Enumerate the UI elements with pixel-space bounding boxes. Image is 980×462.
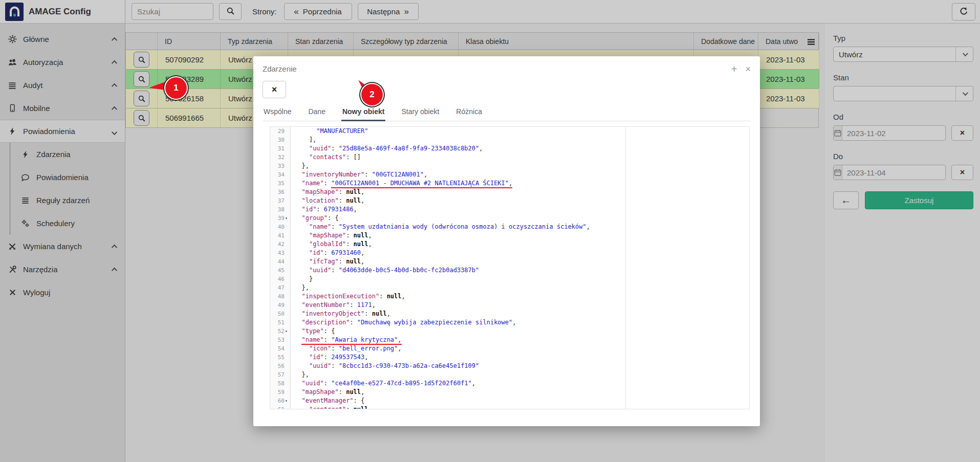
code-line: 58 "uuid": "ce4af0be-e527-47cd-b895-1d5f…	[270, 379, 749, 388]
code-line: 31 "uuid": "25d88e5a-469f-4a8f-9fa9-2334…	[270, 144, 749, 153]
code-line: 32 "contacts": []	[270, 153, 749, 162]
code-line: 53 "name": "Awaria krytyczna",	[270, 336, 749, 344]
code-line: 30 ],	[270, 136, 749, 144]
code-line: 37 "location": null,	[270, 196, 749, 205]
code-line: 48 "inspectionExecution": null,	[270, 292, 749, 301]
code-line: 42 "globalId": null,	[270, 240, 749, 249]
code-line: 49 "eventNumber": 1171,	[270, 301, 749, 310]
code-line: 29 "MANUFACTURER"	[270, 127, 749, 136]
code-line: 44 "ifcTag": null,	[270, 257, 749, 266]
code-line: 60▾ "eventManager": {	[270, 397, 749, 405]
code-line: 61 "contract": null	[270, 405, 749, 409]
code-line: 41 "mapShape": null,	[270, 231, 749, 240]
code-line: 50 "inventoryObject": null,	[270, 310, 749, 318]
code-line: 56 "uuid": "8cbcc1d3-c930-473b-a62a-ca6e…	[270, 362, 749, 370]
code-line: 46 }	[270, 275, 749, 283]
tab-dane[interactable]: Dane	[308, 107, 325, 121]
code-line: 33 },	[270, 162, 749, 170]
code-divider	[625, 127, 626, 409]
code-line: 43 "id": 67931460,	[270, 249, 749, 257]
code-line: 55 "id": 249537543,	[270, 353, 749, 362]
code-line: 38 "id": 67931486,	[270, 205, 749, 214]
event-dialog: Zdarzenie + × × Wspólne Dane Nowy obiekt…	[253, 56, 760, 426]
code-line: 57 },	[270, 370, 749, 379]
json-code-viewer[interactable]: 29 "MANUFACTURER"30 ],31 "uuid": "25d88e…	[270, 126, 750, 409]
annotation-badge-1: 1	[165, 77, 187, 99]
tab-roznica[interactable]: Różnica	[456, 107, 482, 121]
code-line: 51 "description": "Dmuchawę wybija zabez…	[270, 318, 749, 327]
code-line: 36 "mapShape": null,	[270, 188, 749, 196]
dialog-window-controls: + ×	[731, 64, 751, 74]
code-line: 52▾ "type": {	[270, 327, 749, 336]
code-line: 59 "mapShape": null,	[270, 388, 749, 397]
code-lines: 29 "MANUFACTURER"30 ],31 "uuid": "25d88e…	[270, 127, 749, 409]
close-x-icon: ×	[272, 84, 277, 95]
annotation-badge-2: 2	[361, 84, 383, 105]
code-line: 45 "uuid": "d4063dde-b0c5-4b0d-bb0c-fc2b…	[270, 266, 749, 275]
maximize-icon[interactable]: +	[731, 64, 737, 74]
dialog-title: Zdarzenie	[263, 64, 297, 73]
tab-stary-obiekt[interactable]: Stary obiekt	[401, 107, 439, 121]
code-line: 40 "name": "System uzdatniania wody (odw…	[270, 223, 749, 231]
dialog-header: Zdarzenie + ×	[263, 64, 751, 74]
code-line: 35 "name": "00GTC12AN001 - DMUCHAWA #2 N…	[270, 179, 749, 188]
code-line: 39▾ "group": {	[270, 214, 749, 223]
code-line: 47 },	[270, 283, 749, 292]
tab-nowy-obiekt[interactable]: Nowy obiekt	[342, 107, 384, 121]
close-icon[interactable]: ×	[745, 64, 751, 74]
tab-wspolne[interactable]: Wspólne	[264, 107, 291, 121]
code-line: 54 "icon": "bell_error.png",	[270, 344, 749, 353]
app-root: AMAGE Config Główne Autoryzacja	[0, 0, 980, 462]
code-line: 34 "inventoryNumber": "00GTC12AN001",	[270, 170, 749, 179]
dialog-tabs: Wspólne Dane Nowy obiekt Stary obiekt Ró…	[263, 107, 751, 121]
dialog-close-button[interactable]: ×	[263, 81, 286, 98]
